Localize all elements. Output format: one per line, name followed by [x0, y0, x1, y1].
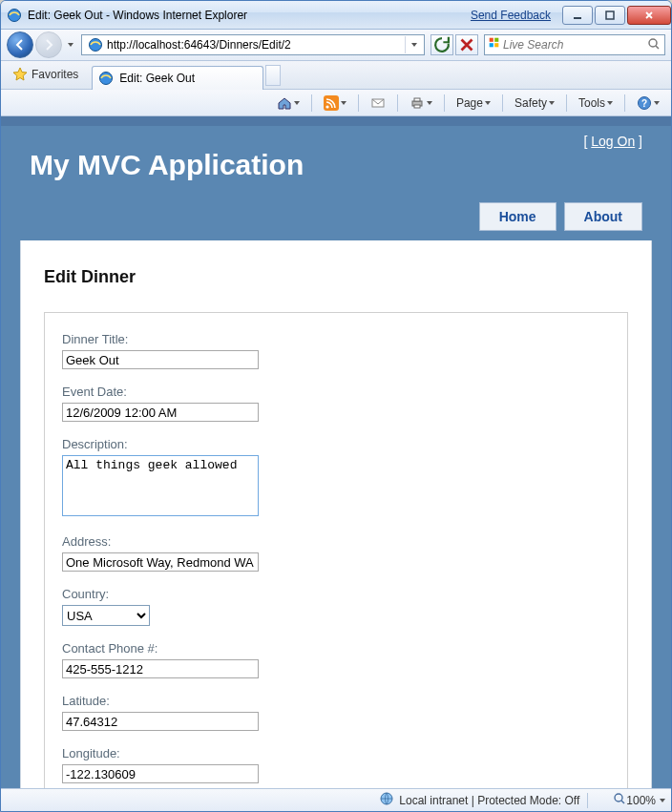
- home-button[interactable]: [271, 93, 305, 114]
- label-address: Address:: [62, 534, 610, 549]
- svg-rect-4: [490, 38, 494, 42]
- security-zone: Local intranet | Protected Mode: Off: [379, 791, 579, 809]
- label-country: Country:: [62, 587, 610, 601]
- tab-favicon: [98, 71, 114, 86]
- nav-toolbar: [1, 30, 671, 61]
- search-box[interactable]: [484, 34, 665, 55]
- feeds-button[interactable]: [318, 93, 352, 114]
- nav-home[interactable]: Home: [479, 202, 556, 231]
- search-input[interactable]: [503, 38, 647, 52]
- url-input[interactable]: [107, 36, 405, 53]
- edit-form: Dinner Title: Event Date: Description: A…: [44, 312, 628, 788]
- svg-point-19: [615, 794, 622, 802]
- back-button[interactable]: [7, 31, 33, 58]
- page-heading: Edit Dinner: [44, 267, 628, 287]
- internet-zone-icon: [379, 791, 394, 809]
- input-latitude[interactable]: [62, 712, 259, 731]
- svg-point-8: [649, 39, 657, 47]
- app-title: My MVC Application: [30, 149, 642, 181]
- field-country: Country: USA: [62, 587, 610, 626]
- minimize-button[interactable]: [562, 6, 593, 25]
- favorites-button[interactable]: Favorites: [5, 63, 86, 86]
- read-mail-button[interactable]: [365, 93, 391, 114]
- input-contact-phone[interactable]: [62, 659, 259, 678]
- browser-tab[interactable]: Edit: Geek Out: [92, 66, 263, 90]
- svg-point-11: [326, 105, 328, 108]
- svg-rect-1: [574, 17, 581, 19]
- field-event-date: Event Date:: [62, 385, 610, 422]
- label-event-date: Event Date:: [62, 385, 610, 399]
- field-latitude: Latitude:: [62, 694, 610, 731]
- svg-rect-10: [324, 95, 339, 111]
- tools-menu[interactable]: Tools: [573, 93, 619, 114]
- zoom-value: 100%: [626, 794, 656, 807]
- separator: [311, 94, 312, 112]
- label-longitude: Longitude:: [62, 746, 610, 760]
- input-address[interactable]: [62, 552, 259, 572]
- viewport: [ Log On ] My MVC Application Home About…: [1, 116, 671, 788]
- nav-about[interactable]: About: [564, 202, 642, 231]
- page-header: [ Log On ] My MVC Application Home About: [1, 126, 671, 240]
- status-zone-text: Local intranet | Protected Mode: Off: [399, 794, 579, 807]
- svg-rect-2: [606, 11, 614, 19]
- maximize-button[interactable]: [595, 6, 625, 25]
- favorites-label: Favorites: [32, 68, 78, 81]
- send-feedback-link[interactable]: Send Feedback: [471, 9, 551, 22]
- status-bar: Local intranet | Protected Mode: Off 100…: [1, 788, 671, 811]
- print-button[interactable]: [404, 93, 438, 114]
- page-favicon: [88, 37, 103, 52]
- forward-button[interactable]: [35, 31, 62, 58]
- main-nav: Home About: [30, 202, 642, 231]
- star-icon: [12, 67, 28, 82]
- tab-title: Edit: Geek Out: [119, 72, 195, 85]
- new-tab-button[interactable]: [265, 65, 281, 86]
- help-button[interactable]: ?: [631, 93, 665, 114]
- separator: [587, 793, 588, 808]
- select-country[interactable]: USA: [62, 605, 150, 626]
- main-panel: Edit Dinner Dinner Title: Event Date: De…: [20, 240, 652, 788]
- separator: [566, 94, 567, 112]
- svg-rect-15: [414, 105, 420, 108]
- nav-history-dropdown[interactable]: [64, 43, 77, 47]
- svg-text:?: ?: [641, 98, 647, 109]
- window-title: Edit: Geek Out - Windows Internet Explor…: [28, 9, 471, 22]
- input-title[interactable]: [62, 350, 259, 369]
- search-go-icon[interactable]: [647, 37, 661, 53]
- close-button[interactable]: [627, 6, 671, 25]
- textarea-description[interactable]: All things geek allowed: [62, 455, 259, 516]
- input-longitude[interactable]: [62, 764, 259, 783]
- separator: [358, 94, 359, 112]
- separator: [444, 94, 445, 112]
- page-body: [ Log On ] My MVC Application Home About…: [1, 126, 671, 788]
- address-bar[interactable]: [81, 34, 425, 55]
- label-contact-phone: Contact Phone #:: [62, 641, 610, 656]
- window-titlebar: Edit: Geek Out - Windows Internet Explor…: [1, 1, 671, 30]
- svg-rect-7: [494, 43, 498, 47]
- field-longitude: Longitude:: [62, 746, 610, 783]
- bracket-close: ]: [635, 134, 642, 149]
- field-title: Dinner Title:: [62, 332, 610, 369]
- label-latitude: Latitude:: [62, 694, 610, 708]
- field-contact-phone: Contact Phone #:: [62, 641, 610, 678]
- svg-rect-6: [490, 43, 494, 47]
- svg-rect-5: [494, 38, 498, 42]
- stop-button[interactable]: [455, 34, 478, 55]
- label-description: Description:: [62, 437, 610, 451]
- zoom-control[interactable]: 100%: [613, 792, 665, 808]
- logon-link[interactable]: Log On: [591, 134, 635, 149]
- refresh-button[interactable]: [430, 34, 453, 55]
- ie-favicon: [7, 8, 22, 23]
- input-event-date[interactable]: [62, 403, 259, 422]
- svg-rect-14: [414, 98, 420, 101]
- command-bar: Page Safety Tools ?: [1, 90, 671, 116]
- separator: [397, 94, 398, 112]
- logon-area: [ Log On ]: [584, 134, 643, 149]
- page-menu[interactable]: Page: [451, 93, 496, 114]
- field-description: Description: All things geek allowed: [62, 437, 610, 519]
- zoom-icon: [613, 792, 626, 808]
- page-scroll[interactable]: [ Log On ] My MVC Application Home About…: [1, 116, 671, 788]
- address-dropdown[interactable]: [405, 36, 422, 53]
- separator: [502, 94, 503, 112]
- safety-menu[interactable]: Safety: [509, 93, 560, 114]
- tab-strip: Favorites Edit: Geek Out: [1, 61, 671, 90]
